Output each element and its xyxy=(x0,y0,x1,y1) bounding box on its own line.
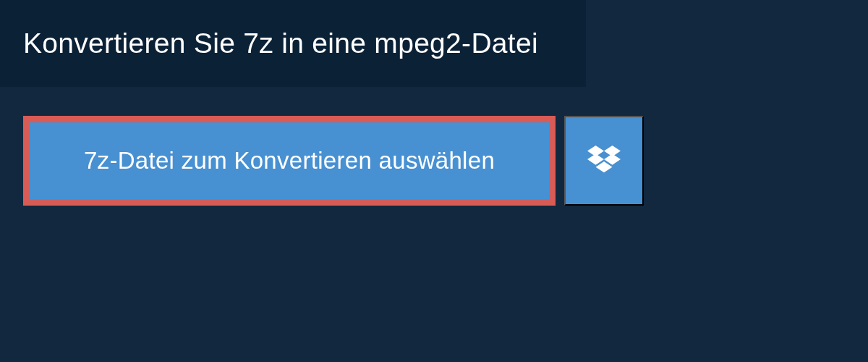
page-title: Konvertieren Sie 7z in eine mpeg2-Datei xyxy=(23,28,563,59)
dropbox-icon xyxy=(587,145,621,177)
header-bar: Konvertieren Sie 7z in eine mpeg2-Datei xyxy=(0,0,586,87)
dropbox-button[interactable] xyxy=(564,116,644,206)
select-file-button[interactable]: 7z-Datei zum Konvertieren auswählen xyxy=(23,116,556,206)
button-row: 7z-Datei zum Konvertieren auswählen xyxy=(0,87,667,235)
